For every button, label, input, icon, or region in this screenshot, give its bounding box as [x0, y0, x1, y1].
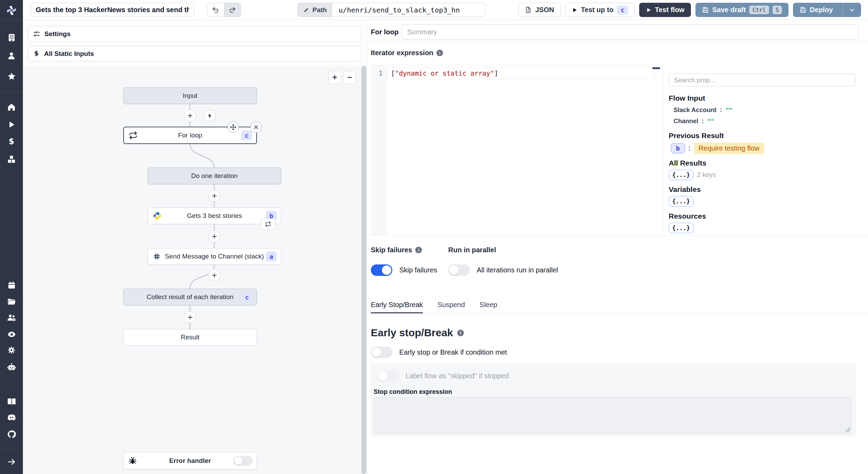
zoom-in-button[interactable]: + [328, 71, 341, 84]
sidebar-item-user[interactable] [0, 48, 23, 64]
windmill-logo-icon [6, 5, 17, 16]
tab-early-stop-break[interactable]: Early Stop/Break [371, 297, 423, 313]
run-in-parallel-title: Run in parallel [448, 246, 496, 254]
tab-suspend[interactable]: Suspend [437, 297, 465, 313]
sidebar-item-docs[interactable] [0, 393, 23, 409]
run-in-parallel-label: All iterations run in parallel [477, 266, 558, 274]
svg-text:$: $ [9, 137, 14, 146]
flow-node-for-loop[interactable]: For loop c [123, 127, 257, 144]
iteration-loop-chip[interactable] [261, 218, 275, 230]
stop-condition-textarea[interactable] [374, 397, 851, 433]
repeat-icon [129, 131, 137, 140]
add-step-button[interactable] [184, 110, 196, 121]
sidebar-item-resources[interactable] [0, 152, 23, 167]
sidebar-item-home[interactable] [0, 100, 23, 115]
path-label: Path [298, 3, 332, 17]
flow-settings-button[interactable]: Settings [28, 26, 361, 42]
sidebar-item-ai[interactable] [0, 359, 23, 374]
sidebar-item-discord[interactable] [0, 410, 23, 425]
deploy-main[interactable]: Deploy [793, 3, 839, 17]
tab-sleep[interactable]: Sleep [479, 297, 497, 313]
sidebar-item-groups[interactable] [0, 310, 23, 325]
previous-result-node-badge[interactable]: b [671, 143, 685, 153]
canvas-scrollbar[interactable] [361, 66, 366, 474]
lightning-icon [207, 113, 213, 119]
move-icon [230, 124, 236, 130]
add-step-button[interactable] [208, 269, 220, 281]
test-up-to-node-badge: c [617, 6, 628, 15]
skip-failures-toggle[interactable] [371, 264, 392, 276]
dollar-icon: $ [33, 50, 40, 57]
windmill-logo[interactable] [0, 3, 23, 18]
flow-node-gets-3-best-stories[interactable]: Gets 3 best stories b [148, 208, 281, 224]
flow-node-do-one-iteration[interactable]: Do one iteration [148, 168, 281, 184]
save-draft-button[interactable]: Save draft Ctrl S [695, 3, 788, 17]
summary-input[interactable] [401, 24, 858, 40]
flow-title-input[interactable] [31, 3, 194, 17]
all-results-row: {...} 2 keys [669, 170, 716, 180]
flow-node-input[interactable]: Input [123, 87, 257, 104]
undo-button[interactable] [207, 3, 224, 17]
sidebar-item-workspace[interactable] [0, 30, 23, 45]
all-results-heading: All Results [669, 159, 707, 167]
sidebar-item-github[interactable] [0, 426, 23, 442]
flow-canvas[interactable]: + − Input For loop c [23, 66, 367, 474]
search-prop-input[interactable] [669, 74, 855, 86]
sidebar-item-audit-logs[interactable] [0, 327, 23, 342]
sidebar-item-settings[interactable] [0, 342, 23, 358]
plus-icon [211, 193, 217, 199]
info-icon[interactable] [436, 50, 443, 56]
flow-node-result[interactable]: Result [123, 329, 257, 346]
info-icon[interactable] [415, 247, 422, 253]
topbar: Path u/henri/send_to_slack_top3_hn JSON … [23, 0, 868, 20]
step-config-panel: For loop Iterator expression 1 ["dynamic… [367, 20, 868, 474]
path-group[interactable]: Path u/henri/send_to_slack_top3_hn [297, 3, 485, 17]
all-static-inputs-button[interactable]: $ All Static Inputs [28, 46, 361, 61]
advanced-tabs: Early Stop/Break Suspend Sleep [367, 297, 868, 313]
discord-icon [7, 413, 16, 422]
expand-object-button[interactable]: {...} [669, 170, 693, 180]
add-step-button[interactable] [208, 230, 220, 242]
move-node-button[interactable] [227, 121, 239, 133]
deploy-dropdown[interactable] [843, 3, 861, 17]
error-handler-toggle[interactable] [233, 456, 252, 466]
json-button[interactable]: JSON [518, 3, 560, 17]
add-trigger-button[interactable] [204, 110, 216, 121]
redo-button[interactable] [224, 3, 241, 17]
pencil-icon [303, 7, 309, 13]
add-step-button[interactable] [184, 311, 196, 323]
sidebar-item-runs[interactable] [0, 117, 23, 132]
sidebar-collapse-button[interactable] [0, 454, 23, 469]
sidebar-item-variables[interactable]: $ [0, 134, 23, 149]
flow-node-error-handler[interactable]: Error handler [123, 452, 257, 469]
plus-icon [187, 113, 193, 119]
early-stop-toggle[interactable] [371, 347, 392, 358]
run-in-parallel-toggle[interactable] [448, 264, 470, 276]
prop-row-slack-account[interactable]: Slack Account:"" [674, 107, 733, 114]
early-stop-toggle-label: Early stop or Break if condition met [399, 348, 507, 356]
redo-icon [229, 6, 236, 14]
flow-node-send-message-slack[interactable]: Send Message to Channel (slack) a [148, 248, 281, 265]
delete-node-button[interactable] [250, 121, 262, 133]
add-step-button[interactable] [208, 190, 220, 202]
calendar-icon [7, 281, 16, 289]
deploy-button: Deploy [793, 3, 861, 17]
sidebar-item-schedules[interactable] [0, 277, 23, 293]
zoom-out-button[interactable]: − [343, 71, 356, 84]
flow-node-collect-result[interactable]: Collect result of each iteration c [123, 289, 257, 305]
label-skipped-toggle[interactable] [377, 370, 399, 382]
require-testing-flow-chip: Require testing flow [694, 143, 764, 154]
test-flow-button[interactable]: Test flow [639, 3, 691, 17]
info-icon[interactable] [457, 330, 464, 336]
iterator-expression-editor[interactable]: 1 ["dynamic or static array"] [371, 65, 663, 236]
sidebar-item-folders[interactable] [0, 294, 23, 309]
divider [367, 42, 868, 42]
play-icon [572, 7, 577, 13]
sidebar-item-favorites[interactable] [0, 69, 23, 84]
bug-icon [128, 457, 137, 465]
expand-object-button[interactable]: {...} [669, 196, 693, 206]
prop-row-channel[interactable]: Channel:"" [674, 118, 715, 125]
test-up-to-button[interactable]: Test up to c [565, 3, 635, 17]
previous-result-heading: Previous Result [669, 132, 724, 140]
expand-object-button[interactable]: {...} [669, 223, 693, 233]
